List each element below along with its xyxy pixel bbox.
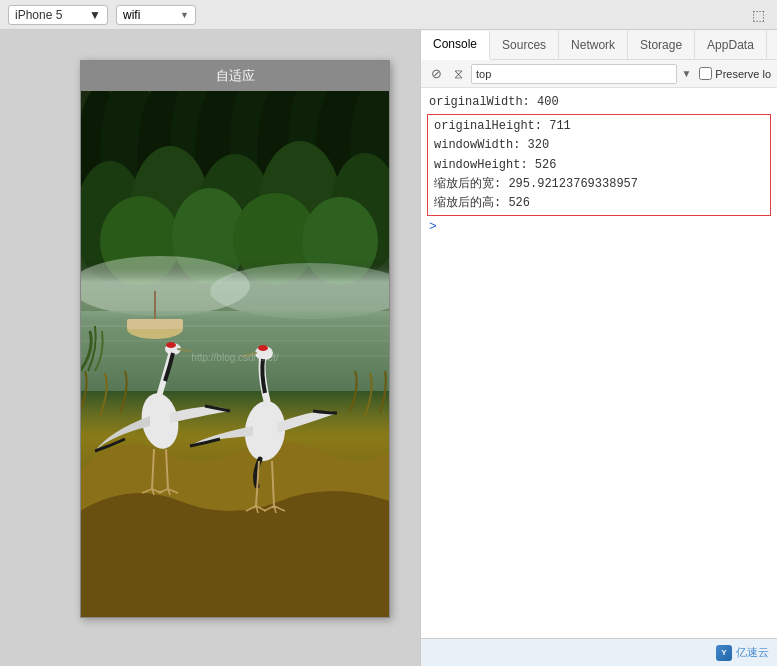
- device-label: iPhone 5: [15, 8, 62, 22]
- console-toolbar: ⊘ ⧖ ▼ Preserve lo: [421, 60, 777, 88]
- tab-appdata[interactable]: AppData: [695, 30, 767, 59]
- tab-storage[interactable]: Storage: [628, 30, 695, 59]
- devtools-panel: Console Sources Network Storage AppData …: [420, 30, 777, 666]
- brand-logo: Y 亿速云: [716, 645, 769, 661]
- brand-name: 亿速云: [736, 645, 769, 660]
- bottom-bar: Y 亿速云: [421, 638, 777, 666]
- nature-scene-svg: http://blog.csdn.net/: [81, 91, 389, 617]
- console-line-3: windowWidth: 320: [434, 136, 764, 155]
- network-label: wifi: [123, 8, 140, 22]
- brand-icon: Y: [716, 645, 732, 661]
- device-preview-panel: 自适应: [0, 30, 420, 666]
- top-toolbar: iPhone 5 ▼ wifi ▼ ⬚: [0, 0, 777, 30]
- preserve-log-label: Preserve lo: [715, 68, 771, 80]
- phone-title: 自适应: [216, 68, 255, 83]
- preserve-log-checkbox-container: Preserve lo: [699, 67, 771, 80]
- console-line-2: originalHeight: 711: [434, 117, 764, 136]
- main-layout: 自适应: [0, 30, 777, 666]
- phone-frame: 自适应: [80, 60, 390, 618]
- console-line-4: windowHeight: 526: [434, 156, 764, 175]
- network-dropdown-arrow: ▼: [180, 10, 189, 20]
- phone-content: http://blog.csdn.net/: [81, 91, 389, 617]
- device-selector[interactable]: iPhone 5 ▼: [8, 5, 108, 25]
- console-line-1: originalWidth: 400: [421, 92, 777, 113]
- filter-input[interactable]: [471, 64, 677, 84]
- svg-text:http://blog.csdn.net/: http://blog.csdn.net/: [191, 352, 279, 363]
- console-output: originalWidth: 400 originalHeight: 711 w…: [421, 88, 777, 638]
- preserve-log-checkbox[interactable]: [699, 67, 712, 80]
- tab-console[interactable]: Console: [421, 31, 490, 60]
- svg-point-39: [258, 345, 268, 351]
- tab-sources[interactable]: Sources: [490, 30, 559, 59]
- tab-network[interactable]: Network: [559, 30, 628, 59]
- console-boxed-group: originalHeight: 711 windowWidth: 320 win…: [427, 114, 771, 216]
- console-prompt[interactable]: >: [421, 217, 777, 236]
- devtools-tabs: Console Sources Network Storage AppData: [421, 30, 777, 60]
- filter-dropdown-arrow[interactable]: ▼: [681, 68, 691, 79]
- console-line-5: 缩放后的宽: 295.92123769338957: [434, 175, 764, 194]
- inspect-button[interactable]: ⬚: [747, 4, 769, 26]
- device-dropdown-arrow: ▼: [89, 8, 101, 22]
- svg-point-34: [166, 342, 176, 348]
- svg-rect-29: [127, 319, 183, 329]
- filter-button[interactable]: ⧖: [449, 65, 467, 83]
- clear-console-button[interactable]: ⊘: [427, 65, 445, 83]
- phone-titlebar: 自适应: [81, 61, 389, 91]
- network-selector[interactable]: wifi ▼: [116, 5, 196, 25]
- console-line-6: 缩放后的高: 526: [434, 194, 764, 213]
